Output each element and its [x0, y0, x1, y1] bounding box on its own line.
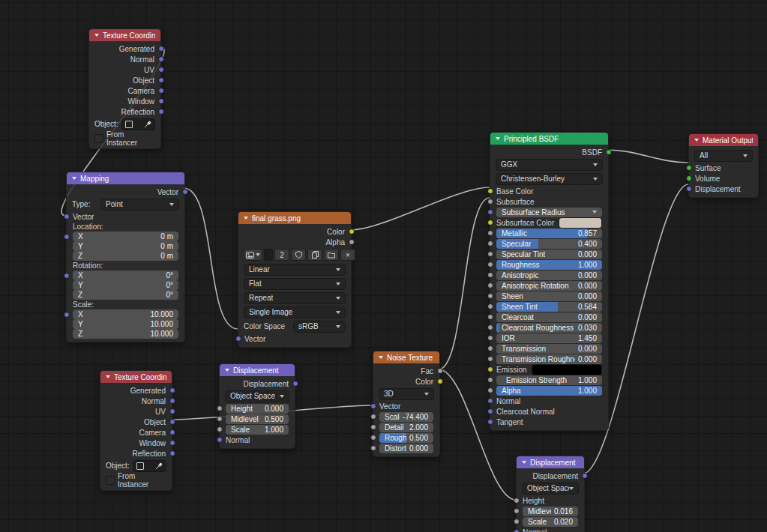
socket-normal-out[interactable] [158, 56, 164, 62]
socket-anisotropic-in[interactable] [487, 272, 493, 278]
node-header[interactable]: Mapping [67, 172, 184, 184]
anisotropic-rotation-slider[interactable]: Anisotropic Rotation0.000 [496, 281, 602, 291]
socket-roughness-in[interactable] [487, 262, 493, 267]
socket-emission-strength-in[interactable] [487, 377, 493, 383]
socket-sheen-in[interactable] [487, 293, 493, 299]
socket-camera-out[interactable] [158, 88, 164, 94]
node-editor-canvas[interactable]: { "editor": { "background": "#1d1d1d", "… [0, 0, 767, 532]
source-dropdown[interactable]: Single Image [244, 306, 346, 318]
rotation-y-field[interactable]: Y0° [73, 280, 178, 290]
location-y-field[interactable]: Y0 m [73, 241, 178, 251]
scale-x-field[interactable]: X10.000 [73, 309, 178, 319]
collapse-arrow-icon[interactable] [94, 34, 99, 37]
socket-uv-out[interactable] [169, 408, 175, 414]
subsurface-radius-widget[interactable]: Subsurface Radius [496, 208, 602, 217]
location-x-field[interactable]: X0 m [73, 232, 178, 241]
image-users-count-button[interactable]: 2 [274, 249, 289, 261]
socket-distortion-in[interactable] [370, 445, 376, 451]
collapse-arrow-icon[interactable] [522, 461, 526, 464]
sheen-slider[interactable]: Sheen0.000 [496, 291, 602, 301]
node-mapping[interactable]: Mapping Vector Type: Point Vector Locati… [66, 172, 185, 342]
node-texture-coordinate-top[interactable]: Texture Coordinate Generated Normal UV O… [88, 28, 161, 149]
projection-dropdown[interactable]: Flat [244, 278, 346, 290]
node-displacement-mid[interactable]: Displacement Displacement Object Space H… [219, 363, 295, 449]
interpolation-dropdown[interactable]: Linear [244, 264, 346, 276]
node-displacement-bottom[interactable]: Displacement Displacement Object Space H… [516, 456, 585, 532]
midlevel-field[interactable]: Midlevel0.500 [226, 414, 289, 424]
socket-height-in[interactable] [217, 405, 223, 411]
eyedropper-icon[interactable] [155, 462, 163, 470]
emission-strength-field[interactable]: Emission Strength1.000 [496, 375, 602, 385]
socket-uv-out[interactable] [158, 67, 164, 73]
socket-specular-in[interactable] [487, 241, 493, 247]
socket-height-in[interactable] [514, 498, 520, 504]
socket-ior-in[interactable] [487, 335, 493, 341]
socket-detail-in[interactable] [370, 424, 376, 430]
subsurface-color-swatch[interactable] [559, 217, 602, 229]
socket-vector-in[interactable] [235, 336, 241, 342]
collapse-arrow-icon[interactable] [694, 139, 699, 142]
sheen-tint-slider[interactable]: Sheen Tint0.584 [496, 302, 602, 312]
node-header[interactable]: final grass.png [238, 212, 351, 224]
socket-subsurface-color-in[interactable] [487, 220, 493, 226]
socket-clearcoat-roughness-in[interactable] [487, 324, 493, 330]
from-instancer-checkbox[interactable] [94, 134, 103, 143]
node-header[interactable]: Displacement [220, 364, 295, 376]
open-image-button[interactable] [324, 249, 339, 261]
socket-rotation-in[interactable] [64, 273, 70, 279]
collapse-arrow-icon[interactable] [72, 177, 76, 180]
node-header[interactable]: Texture Coordinate [100, 371, 172, 383]
transmission-roughness-slider[interactable]: Transmission Roughness0.000 [496, 354, 602, 364]
image-name-field[interactable]: final grass.png [264, 249, 273, 261]
socket-vector-in[interactable] [370, 403, 376, 409]
scale-field[interactable]: Scale0.020 [523, 517, 578, 527]
node-header[interactable]: Principled BSDF [490, 133, 608, 145]
socket-specular-tint-in[interactable] [487, 251, 493, 257]
node-header[interactable]: Displacement [517, 456, 584, 468]
socket-location-in[interactable] [64, 234, 70, 240]
node-image-texture[interactable]: final grass.png Color Alpha final grass.… [238, 211, 352, 348]
socket-emission-in[interactable] [487, 366, 493, 372]
socket-object-out[interactable] [169, 419, 175, 425]
socket-reflection-out[interactable] [158, 109, 164, 115]
clearcoat-roughness-slider[interactable]: Clearcoat Roughness0.030 [496, 323, 602, 333]
socket-reflection-out[interactable] [169, 450, 175, 456]
socket-clearcoat-in[interactable] [487, 314, 493, 320]
socket-scale-in[interactable] [217, 426, 223, 432]
socket-base-color-in[interactable] [487, 188, 493, 194]
object-field[interactable] [121, 118, 155, 130]
space-dropdown[interactable]: Object Space [522, 483, 579, 495]
collapse-arrow-icon[interactable] [379, 356, 383, 359]
extension-dropdown[interactable]: Repeat [244, 292, 346, 304]
transmission-slider[interactable]: Transmission0.000 [496, 344, 602, 354]
anisotropic-slider[interactable]: Anisotropic0.000 [496, 270, 602, 280]
node-header[interactable]: Texture Coordinate [89, 29, 160, 41]
clearcoat-slider[interactable]: Clearcoat0.000 [496, 312, 602, 322]
metallic-slider[interactable]: Metallic0.857 [496, 229, 602, 238]
fake-user-shield-button[interactable] [291, 249, 306, 261]
noise-detail-field[interactable]: Detail2.000 [379, 423, 433, 432]
socket-volume-in[interactable] [686, 175, 692, 181]
socket-camera-out[interactable] [169, 429, 175, 435]
socket-surface-in[interactable] [686, 165, 692, 171]
noise-distortion-field[interactable]: Distortion0.000 [379, 444, 433, 453]
space-dropdown[interactable]: Object Space [225, 390, 289, 402]
socket-midlevel-in[interactable] [217, 416, 223, 422]
dimensions-dropdown[interactable]: 3D [379, 388, 434, 400]
node-noise-texture[interactable]: Noise Texture Fac Color 3D Vector Scale-… [373, 351, 440, 457]
socket-tangent-in[interactable] [487, 419, 493, 425]
socket-displacement-out[interactable] [292, 381, 298, 387]
mapping-type-dropdown[interactable]: Point [100, 199, 179, 211]
collapse-arrow-icon[interactable] [244, 217, 248, 220]
rotation-z-field[interactable]: Z0° [73, 290, 178, 300]
socket-displacement-out[interactable] [582, 473, 588, 479]
socket-fac-out[interactable] [437, 368, 443, 374]
socket-vector-in[interactable] [64, 214, 70, 220]
socket-scale-in[interactable] [64, 312, 70, 318]
rotation-x-field[interactable]: X0° [73, 270, 178, 280]
socket-object-out[interactable] [158, 77, 164, 83]
socket-vector-out[interactable] [182, 189, 188, 195]
socket-generated-out[interactable] [169, 387, 175, 393]
socket-normal-in[interactable] [514, 529, 520, 532]
node-header[interactable]: Noise Texture [373, 351, 439, 363]
